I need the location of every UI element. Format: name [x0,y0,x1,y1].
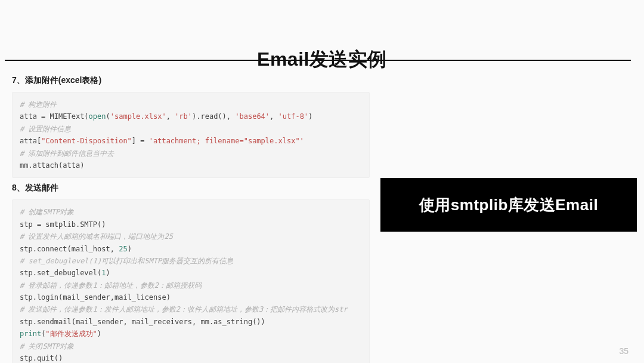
code-block-7: # 构造附件 atta = MIMEText(open('sample.xlsx… [12,92,370,178]
code-block-8: # 创建SMTP对象 stp = smtplib.SMTP() # 设置发件人邮… [12,199,370,363]
code-line: print("邮件发送成功") [20,330,101,338]
top-rule [5,60,631,61]
code-comment: # 关闭SMTP对象 [20,342,74,350]
code-comment: # 设置附件信息 [20,125,71,133]
section-8-heading: 8、发送邮件 [12,183,370,193]
code-comment: # 创建SMTP对象 [20,208,74,216]
code-line: stp = smtplib.SMTP() [20,220,106,229]
code-line: stp.sendmail(mail_sender, mail_receivers… [20,318,265,326]
code-line: stp.quit() [20,354,63,362]
code-line: stp.login(mail_sender,mail_license) [20,293,171,302]
code-comment: # 登录邮箱，传递参数1：邮箱地址，参数2：邮箱授权码 [20,281,202,290]
code-line: mm.attach(atta) [20,161,84,170]
code-line: atta["Content-Disposition"] = 'attachmen… [20,137,304,145]
callout-text: 使用smtplib库发送Email [419,195,598,216]
page-number: 35 [619,346,628,356]
callout-box: 使用smtplib库发送Email [380,178,637,232]
section-7-heading: 7、添加附件(excel表格) [12,75,370,86]
code-comment: # set_debuglevel(1)可以打印出和SMTP服务器交互的所有信息 [20,257,233,265]
code-line: stp.connect(mail_host, 25) [20,245,132,253]
code-comment: # 设置发件人邮箱的域名和端口，端口地址为25 [20,232,173,241]
code-comment: # 发送邮件，传递参数1：发件人邮箱地址，参数2：收件人邮箱地址，参数3：把邮件… [20,305,348,313]
code-comment: # 添加附件到邮件信息当中去 [20,149,114,158]
code-comment: # 构造附件 [20,100,57,109]
left-column: 7、添加附件(excel表格) # 构造附件 atta = MIMEText(o… [12,70,370,363]
code-line: stp.set_debuglevel(1) [20,269,110,277]
code-line: atta = MIMEText(open('sample.xlsx', 'rb'… [20,112,312,121]
